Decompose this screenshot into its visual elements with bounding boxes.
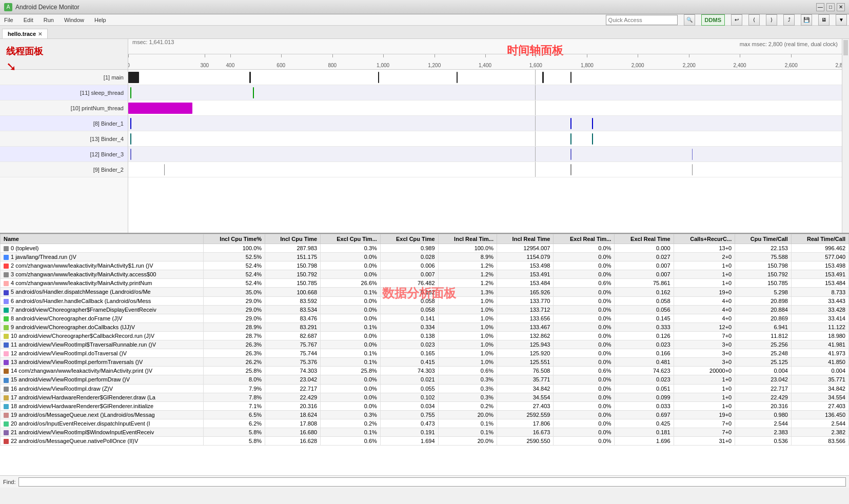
table-row[interactable]: 16 android/view/ViewRootImpl.draw (Z)V7.… [1, 384, 849, 393]
table-row[interactable]: 18 android/view/HardwareRenderer$GlRende… [1, 401, 849, 410]
table-cell-value: 31+0 [674, 437, 735, 446]
data-table: NameIncl Cpu Time%Incl Cpu TimeExcl Cpu … [0, 234, 849, 446]
table-cell-value: 0.6% [321, 437, 381, 446]
table-cell-value: 0.0% [554, 253, 615, 261]
timeline-row[interactable] [128, 85, 842, 100]
table-cell-value: 16.680 [265, 428, 321, 436]
table-cell-value: 1.0% [438, 305, 497, 314]
table-cell-value: 0.0% [321, 384, 381, 393]
toolbar-btn-5[interactable]: 💾 [801, 14, 812, 26]
time-tick-label: 2,200 [683, 63, 696, 68]
table-header-cell[interactable]: Excl Real Tim... [554, 234, 615, 244]
table-header-cell[interactable]: Cpu Time/Call [735, 234, 792, 244]
table-header-cell[interactable]: Excl Cpu Tim... [321, 234, 381, 244]
thread-row[interactable]: [10] printNum_thread [0, 100, 128, 116]
table-cell-value: 33.443 [791, 296, 848, 305]
table-cell-value: 25.8% [203, 367, 265, 375]
toolbar-btn-1[interactable]: ↩ [731, 14, 742, 26]
right-scrollbar[interactable] [842, 39, 849, 233]
table-row[interactable]: 22 android/os/MessageQueue.nativePollOnc… [1, 437, 849, 446]
thread-row[interactable]: [11] sleep_thread [0, 85, 128, 100]
thread-row[interactable]: [8] Binder_1 [0, 116, 128, 131]
toolbar-btn-2[interactable]: ⟨ [748, 14, 760, 26]
ddms-button[interactable]: DDMS [701, 14, 725, 26]
timeline-row[interactable] [128, 162, 842, 177]
table-cell-value: 26.2% [203, 358, 265, 367]
table-cell-value: 0.162 [380, 288, 438, 296]
time-tick-label: 2,400 [734, 63, 746, 68]
toolbar-btn-3[interactable]: ⟩ [766, 14, 777, 26]
table-row[interactable]: 2 com/zhangwan/www/leakactivity/MainActi… [1, 261, 849, 270]
table-header-cell[interactable]: Incl Real Tim... [438, 234, 497, 244]
table-row[interactable]: 17 android/view/HardwareRenderer$GlRende… [1, 393, 849, 401]
activity-block [249, 72, 251, 83]
menu-edit[interactable]: Edit [22, 16, 35, 24]
timeline-row[interactable] [128, 100, 842, 116]
table-row[interactable]: 12 android/view/ViewRootImpl.doTraversal… [1, 349, 849, 358]
table-row[interactable]: 14 com/zhangwan/www/leakactivity/MainAct… [1, 367, 849, 375]
quick-access-input[interactable] [606, 15, 678, 25]
table-cell-value: 0.1% [321, 358, 381, 367]
toolbar-btn-4[interactable]: ⤴ [783, 14, 795, 26]
menu-run[interactable]: Run [42, 16, 56, 24]
table-header-cell[interactable]: Incl Real Time [497, 234, 553, 244]
table-row[interactable]: 3 com/zhangwan/www/leakactivity/MainActi… [1, 270, 849, 279]
timeline-panel[interactable]: msec: 1,641.013 时间轴面板 max msec: 2,800 (r… [128, 39, 842, 233]
table-row[interactable]: 9 android/view/Choreographer.doCallbacks… [1, 322, 849, 331]
table-row[interactable]: 15 android/view/ViewRootImpl.performDraw… [1, 375, 849, 384]
tab-hello-trace[interactable]: hello.trace ✕ [2, 29, 48, 38]
table-row[interactable]: 5 android/os/Handler.dispatchMessage (La… [1, 288, 849, 296]
table-header-cell[interactable]: Name [1, 234, 204, 244]
search-button[interactable]: 🔍 [684, 14, 695, 26]
table-header-cell[interactable]: Incl Cpu Time% [203, 234, 265, 244]
menu-window[interactable]: Window [62, 16, 86, 24]
table-row[interactable]: 8 android/view/Choreographer.doFrame (J)… [1, 314, 849, 322]
time-tick-line [128, 54, 129, 57]
table-row[interactable]: 21 android/view/ViewRootImpl$WindowInput… [1, 428, 849, 436]
thread-row[interactable]: [13] Binder_4 [0, 131, 128, 147]
timeline-row[interactable] [128, 147, 842, 162]
table-cell-value: 7+0 [674, 419, 735, 428]
table-row[interactable]: 1 java/lang/Thread.run ()V52.5%151.1750.… [1, 253, 849, 261]
table-row[interactable]: 11 android/view/ViewRootImpl$TraversalRu… [1, 340, 849, 349]
toolbar-btn-7[interactable]: ▼ [836, 14, 847, 26]
table-body: 0 (toplevel)100.0%287.9830.3%0.989100.0%… [1, 244, 849, 446]
table-cell-value: 83.592 [265, 296, 321, 305]
thread-row[interactable]: [9] Binder_2 [0, 162, 128, 177]
maximize-button[interactable]: □ [826, 3, 835, 11]
menu-help[interactable]: Help [92, 16, 108, 24]
find-input[interactable] [18, 477, 846, 487]
table-row[interactable]: 10 android/view/Choreographer$CallbackRe… [1, 331, 849, 340]
close-button[interactable]: ✕ [837, 3, 845, 11]
table-row[interactable]: 0 (toplevel)100.0%287.9830.3%0.989100.0%… [1, 244, 849, 253]
tab-close-icon[interactable]: ✕ [38, 31, 42, 37]
table-cell-value: 75.744 [265, 349, 321, 358]
table-header-cell[interactable]: Incl Cpu Time [265, 234, 321, 244]
thread-row[interactable]: [12] Binder_3 [0, 147, 128, 162]
table-header-cell[interactable]: Excl Real Time [615, 234, 674, 244]
table-cell-name: 9 android/view/Choreographer.doCallbacks… [1, 322, 204, 331]
table-cell-value: 136.450 [791, 410, 848, 419]
timeline-row[interactable] [128, 70, 842, 85]
table-row[interactable]: 13 android/view/ViewRootImpl.performTrav… [1, 358, 849, 367]
table-row[interactable]: 6 android/os/Handler.handleCallback (Lan… [1, 296, 849, 305]
toolbar-btn-6[interactable]: 🖥 [818, 14, 830, 26]
window-controls[interactable]: — □ ✕ [816, 3, 845, 11]
table-row[interactable]: 7 android/view/Choreographer$FrameDispla… [1, 305, 849, 314]
minimize-button[interactable]: — [816, 3, 824, 11]
table-header-cell[interactable]: Real Time/Call [791, 234, 848, 244]
tab-label: hello.trace [8, 31, 36, 37]
timeline-row[interactable] [128, 116, 842, 131]
time-tick-label: 2,000 [631, 63, 644, 68]
table-cell-value: 75.767 [265, 340, 321, 349]
table-cell-value: 75.588 [735, 253, 792, 261]
table-row[interactable]: 19 android/os/MessageQueue.next ()Landro… [1, 410, 849, 419]
menu-file[interactable]: File [2, 16, 15, 24]
table-header-cell[interactable]: Calls+RecurC... [674, 234, 735, 244]
data-panel[interactable]: 数据分析面板 NameIncl Cpu Time%Incl Cpu TimeEx… [0, 234, 849, 475]
table-row[interactable]: 20 android/os/InputEventReceiver.dispatc… [1, 419, 849, 428]
table-header-cell[interactable]: Excl Cpu Time [380, 234, 438, 244]
timeline-row[interactable] [128, 131, 842, 147]
time-tick-line [435, 54, 435, 57]
table-row[interactable]: 4 com/zhangwan/www/leakactivity/MainActi… [1, 279, 849, 288]
